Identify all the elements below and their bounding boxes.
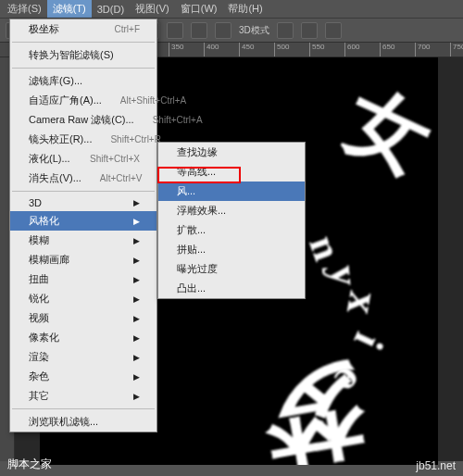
menu-item[interactable]: 风格化▶	[10, 211, 156, 231]
canvas-char: 梦	[251, 338, 375, 465]
filter-menu: 极坐标Ctrl+F 转换为智能滤镜(S) 滤镜库(G)...自适应广角(A)..…	[9, 19, 157, 432]
menu-item[interactable]: 扭曲▶	[10, 269, 156, 289]
ruler-tick: 450	[239, 43, 254, 57]
ruler-tick: 600	[344, 43, 359, 57]
menu-filter[interactable]: 滤镜(T)	[47, 0, 92, 18]
menu-separator	[12, 42, 155, 43]
tool-btn-11[interactable]	[301, 22, 318, 39]
menu-item-browse-online[interactable]: 浏览联机滤镜...	[10, 412, 156, 432]
menu-item[interactable]: 滤镜库(G)...	[10, 71, 156, 91]
submenu-item[interactable]: 查找边缘	[158, 143, 305, 162]
menu-window[interactable]: 窗口(W)	[175, 0, 223, 18]
tool-btn-9[interactable]	[215, 22, 232, 39]
menu-item[interactable]: 渲染▶	[10, 347, 156, 367]
menu-3d[interactable]: 3D(D)	[92, 2, 130, 17]
ruler-tick: 350	[169, 43, 183, 57]
menubar: 选择(S) 滤镜(T) 3D(D) 视图(V) 窗口(W) 帮助(H)	[0, 0, 463, 19]
watermark-text: jb51.net	[416, 459, 456, 472]
submenu-item[interactable]: 浮雕效果...	[158, 201, 305, 220]
menu-item[interactable]: 自适应广角(A)...Alt+Shift+Ctrl+A	[10, 91, 156, 110]
menu-separator	[12, 68, 155, 69]
menu-item[interactable]: 液化(L)...Shift+Ctrl+X	[10, 149, 156, 169]
menu-item-last-filter[interactable]: 极坐标Ctrl+F	[10, 19, 156, 39]
menu-item[interactable]: 锐化▶	[10, 289, 156, 308]
menu-item[interactable]: 其它▶	[10, 386, 156, 406]
ruler-tick: 650	[380, 43, 394, 57]
menu-view[interactable]: 视图(V)	[130, 0, 175, 18]
menu-item[interactable]: 模糊▶	[10, 231, 156, 250]
submenu-item[interactable]: 拼贴...	[158, 240, 305, 259]
menu-item[interactable]: 消失点(V)...Alt+Ctrl+V	[10, 169, 156, 188]
ruler-tick: 750	[450, 43, 463, 57]
menu-separator	[12, 191, 155, 192]
ruler-tick: 400	[204, 43, 219, 57]
tool-btn-8[interactable]	[191, 22, 207, 39]
canvas-char: x	[337, 288, 391, 319]
menu-item[interactable]: 镜头校正(R)...Shift+Ctrl+R	[10, 130, 156, 149]
menu-select[interactable]: 选择(S)	[2, 0, 47, 18]
tool-btn-7[interactable]	[167, 22, 183, 39]
submenu-item[interactable]: 等高线...	[158, 162, 305, 182]
canvas-char: y	[320, 263, 369, 287]
menu-help[interactable]: 帮助(H)	[222, 0, 268, 18]
ruler-tick: 500	[274, 43, 289, 57]
credit-text: 脚本之家	[7, 457, 52, 472]
menu-item[interactable]: 杂色▶	[10, 367, 156, 386]
ruler-tick: 700	[415, 43, 430, 57]
canvas-char: n	[299, 229, 351, 266]
menu-item[interactable]: 视频▶	[10, 308, 156, 328]
submenu-item[interactable]: 凸出...	[158, 279, 305, 298]
submenu-item[interactable]: 曝光过度	[158, 259, 305, 279]
canvas-char: 女	[328, 64, 438, 198]
menu-item[interactable]: 像素化▶	[10, 328, 156, 347]
menu-item[interactable]: Camera Raw 滤镜(C)...Shift+Ctrl+A	[10, 110, 156, 130]
submenu-item[interactable]: 风...	[158, 182, 305, 201]
mode-label: 3D模式	[239, 24, 269, 37]
tool-btn-12[interactable]	[325, 22, 342, 39]
menu-item[interactable]: 3D▶	[10, 194, 156, 211]
submenu-item[interactable]: 扩散...	[158, 220, 305, 240]
menu-item-convert-smart[interactable]: 转换为智能滤镜(S)	[10, 45, 156, 65]
tool-btn-10[interactable]	[277, 22, 294, 39]
menu-item[interactable]: 模糊画廊▶	[10, 250, 156, 269]
stylize-submenu: 查找边缘等高线...风...浮雕效果...扩散...拼贴...曝光过度凸出...	[157, 142, 306, 299]
ruler-tick: 550	[309, 43, 324, 57]
menu-separator	[12, 408, 155, 409]
